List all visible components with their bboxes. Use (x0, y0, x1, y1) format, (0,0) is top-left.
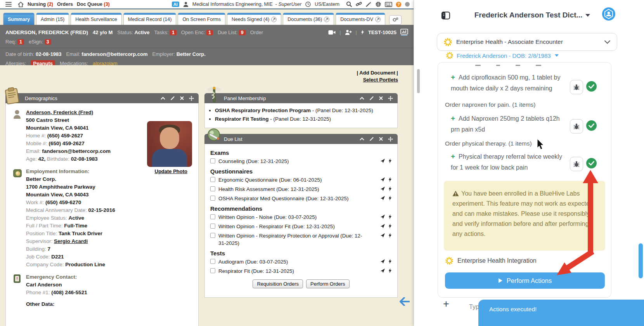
send-icon[interactable] (380, 268, 385, 273)
checkbox[interactable] (210, 259, 215, 264)
send-icon[interactable] (380, 196, 385, 201)
send-icon[interactable] (380, 177, 385, 182)
debug-button[interactable] (570, 157, 583, 171)
select-portlets-link[interactable]: Select Portlets (357, 77, 398, 83)
checkbox[interactable] (210, 177, 215, 182)
order-link[interactable]: Order (250, 29, 263, 35)
bolt-icon[interactable] (388, 196, 392, 201)
wand-icon[interactable] (365, 1, 372, 7)
globe-icon[interactable] (375, 1, 381, 7)
nav-doc-queue[interactable]: Doc Queue (3) (77, 2, 110, 7)
due-list-badge[interactable]: 9 (239, 30, 246, 35)
req-badge[interactable]: 1 (17, 39, 24, 45)
bolt-icon[interactable] (388, 233, 392, 238)
move-icon[interactable] (189, 96, 194, 101)
external-link-icon[interactable] (271, 17, 277, 22)
move-icon[interactable] (388, 137, 393, 142)
tab-medical-record[interactable]: Medical Record (14) (123, 13, 177, 25)
keyboard-icon[interactable] (385, 2, 392, 7)
bolt-icon[interactable] (388, 186, 392, 191)
collapse-icon[interactable] (360, 137, 364, 140)
help-icon[interactable]: ? (396, 2, 402, 7)
patient-employer: Better Corp. (177, 51, 206, 57)
close-icon[interactable] (180, 96, 184, 100)
open-enc-badge[interactable]: 1 (206, 30, 213, 35)
composer-add-button[interactable]: + (443, 298, 449, 310)
experiment-warning-banner: You have been enrolled in a BlueHive Lab… (444, 181, 605, 251)
bolt-icon[interactable] (388, 224, 392, 229)
bolt-icon[interactable] (388, 259, 392, 264)
add-document-link[interactable]: | Add Document | (357, 70, 398, 76)
page-scrollbar-thumb[interactable] (417, 69, 420, 93)
perform-orders-button[interactable]: Perform Orders (306, 279, 350, 288)
panel-scrollbar-thumb[interactable] (639, 243, 643, 278)
bluehive-logo-icon[interactable] (602, 7, 616, 23)
video-camera-icon[interactable] (328, 30, 336, 35)
checkbox[interactable] (210, 214, 215, 219)
collapse-icon[interactable] (161, 97, 165, 100)
conversation-title-dropdown[interactable]: Frederick Anderson Test Dict... (460, 11, 604, 19)
patient-context-dropdown[interactable]: Frederick Anderson - DOB: 2/8/1983 (446, 52, 559, 59)
send-icon[interactable] (380, 233, 385, 238)
send-icon[interactable] (380, 158, 385, 163)
ai-badge[interactable]: AI (172, 2, 179, 7)
tab-documents[interactable]: Documents (36) (283, 13, 334, 25)
employment-line: Mountain View, CA 94043 (26, 191, 192, 199)
tab-on-screen-forms[interactable]: On Screen Forms (178, 13, 225, 25)
requisition-orders-button[interactable]: Requisition Orders (253, 279, 303, 288)
bolt-icon[interactable] (388, 158, 392, 163)
tasks-badge[interactable]: 1 (170, 30, 177, 35)
portlet-links: | Add Document | Select Portlets (357, 70, 398, 84)
checkbox[interactable] (210, 186, 215, 191)
move-icon[interactable] (388, 96, 393, 101)
perform-actions-button[interactable]: Perform Actions (445, 272, 605, 289)
send-icon[interactable] (380, 259, 385, 264)
debug-button[interactable] (570, 119, 583, 134)
supervisor-link[interactable]: Sergio Acardi (54, 238, 88, 244)
chart-icon[interactable] (400, 29, 408, 36)
tab-needs-signed[interactable]: Needs Signed (4) (227, 13, 281, 25)
checkbox[interactable] (210, 224, 215, 229)
hamburger-menu-icon[interactable] (5, 2, 12, 7)
bolt-icon[interactable] (388, 214, 392, 219)
esign-badge[interactable]: 3 (45, 39, 51, 45)
edit-icon[interactable] (170, 96, 175, 101)
edit-icon[interactable] (369, 96, 374, 101)
nav-orders[interactable]: Orders (57, 2, 73, 7)
close-icon[interactable] (379, 137, 383, 141)
bolt-icon[interactable] (388, 177, 392, 182)
timezone-label[interactable]: US/Eastern (315, 2, 339, 7)
checkbox[interactable] (210, 158, 215, 163)
debug-button[interactable] (570, 80, 583, 94)
send-icon[interactable] (380, 186, 385, 191)
send-icon[interactable] (380, 214, 385, 219)
sidebar-toggle-icon[interactable] (441, 11, 450, 22)
link-icon[interactable] (356, 1, 362, 7)
search-icon[interactable] (346, 1, 352, 7)
ehr-app: Nursing (2) Orders Doc Queue (3) AI Medi… (0, 0, 414, 326)
checkbox[interactable] (210, 196, 215, 201)
add-person-icon[interactable] (345, 29, 352, 35)
actions-card: +Add ciprofloxacin 500 mg, 1 tablet by m… (438, 62, 611, 298)
collapse-icon[interactable] (360, 97, 364, 100)
encounter-expander[interactable]: Enterprise Health - Associate Encounter (437, 33, 617, 51)
checkbox[interactable] (210, 268, 215, 273)
send-icon[interactable] (380, 224, 385, 229)
tab-documents-dv[interactable]: Documents-DV (336, 13, 385, 25)
patient-name-link[interactable]: Anderson, Frederick (Fred) (26, 109, 192, 116)
checkbox[interactable] (210, 233, 215, 238)
external-link-icon[interactable] (324, 17, 329, 22)
edit-icon[interactable] (369, 137, 374, 141)
tab-summary[interactable]: Summary (3, 13, 35, 25)
tab-admin[interactable]: Admin (15) (36, 13, 69, 25)
nav-nursing[interactable]: Nursing (2) (28, 2, 53, 7)
portlet-title: Due List (224, 136, 242, 142)
home-icon[interactable] (18, 2, 24, 7)
close-icon[interactable] (379, 96, 383, 100)
tab-settings-button[interactable] (389, 15, 402, 25)
external-link-icon[interactable] (375, 17, 381, 22)
tab-health-surveillance[interactable]: Health Surveillance (71, 13, 122, 25)
bolt-icon[interactable] (361, 29, 364, 35)
collapse-panel-arrow-icon[interactable] (400, 297, 410, 307)
bolt-icon[interactable] (388, 268, 392, 273)
